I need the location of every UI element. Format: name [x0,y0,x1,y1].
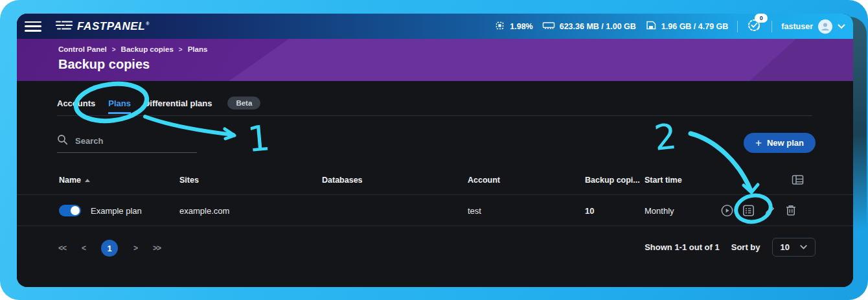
menu-icon[interactable] [25,21,41,32]
table-footer: Shown 1-1 out of 1 Sort by 10 [645,238,816,257]
shown-count-label: Shown 1-1 out of 1 [645,242,720,252]
search-icon [57,134,68,148]
tabs: Accounts Plans Differential plans Beta [57,97,260,110]
notifications-button[interactable]: 0 [747,17,762,35]
edit-icon[interactable] [763,203,777,217]
run-backup-icon[interactable] [720,203,734,217]
chevron-down-icon [800,245,807,249]
search-box [57,134,197,153]
column-header-sites: Sites [179,176,199,185]
column-header-backup-copies: Backup copi... [585,176,640,185]
topbar-divider [737,21,738,32]
column-header-account: Account [468,176,500,185]
delete-icon[interactable] [784,203,797,217]
page-size-select[interactable]: 10 [772,238,816,257]
breadcrumb-separator: > [179,46,183,53]
breadcrumb-separator: > [112,46,116,53]
tab-plans[interactable]: Plans [108,98,131,108]
table-header: Name Sites Databases Account Backup copi… [17,176,853,194]
column-header-name[interactable]: Name [59,176,90,185]
cpu-icon [494,20,505,33]
row-actions [720,203,797,217]
logo[interactable]: FASTPANEL® [56,20,150,33]
column-header-databases: Databases [322,176,363,185]
search-input[interactable] [74,135,197,146]
pagination: << < 1 > >> [58,239,161,257]
avatar [818,19,832,34]
disk-usage-stat: 1.96 GB / 4.79 GB [645,20,729,32]
topbar-stats: 1.98% 623.36 MB / 1.00 GB [494,17,845,35]
breadcrumb-control-panel[interactable]: Control Panel [58,45,107,53]
page-title: Backup copies [58,57,150,72]
logo-mark-icon [56,20,73,33]
sort-asc-icon [85,179,90,182]
column-header-start-time: Start time [645,176,682,185]
pagination-last[interactable]: >> [153,244,161,253]
table-row: Example plan example.com test 10 Monthly [17,194,853,226]
tabs-divider [57,115,812,116]
cell-backup-copies: 10 [585,205,594,215]
screenshot-stage: FASTPANEL® 1.98% [0,0,868,300]
tab-differential-plans[interactable]: Differential plans [144,98,212,108]
notifications-count-badge: 0 [755,14,768,23]
pagination-prev[interactable]: < [82,244,86,253]
breadcrumb-backup-copies[interactable]: Backup copies [121,45,174,53]
pagination-next[interactable]: > [133,244,137,253]
cell-start-time: Monthly [645,205,674,215]
logo-text: FASTPANEL® [77,20,150,33]
new-plan-button[interactable]: + New plan [744,133,816,153]
cell-account: test [468,205,481,215]
pagination-current-page[interactable]: 1 [101,240,118,257]
plan-enabled-toggle[interactable] [59,205,81,216]
plus-icon: + [755,137,762,148]
ram-icon [542,21,555,32]
header-accent-shape-right [749,39,853,81]
page-header: Control Panel > Backup copies > Plans Ba… [17,39,853,81]
beta-badge: Beta [227,97,260,110]
details-list-icon[interactable] [742,203,755,217]
disk-icon [645,20,657,32]
cell-plan-name: Example plan [91,205,142,215]
username-label: fastuser [781,22,813,31]
breadcrumb-plans: Plans [188,45,208,53]
tab-accounts[interactable]: Accounts [57,98,95,108]
topbar-divider [771,21,772,32]
column-settings-icon[interactable] [792,174,804,187]
content-area: Accounts Plans Differential plans Beta +… [17,81,853,287]
chevron-down-icon [838,22,845,31]
breadcrumb: Control Panel > Backup copies > Plans [58,45,207,53]
pagination-first[interactable]: << [58,244,66,253]
cell-sites: example.com [179,205,229,215]
topbar: FASTPANEL® 1.98% [17,14,853,39]
user-menu[interactable]: fastuser [781,19,845,34]
sort-by-label: Sort by [731,242,760,252]
ram-usage-stat: 623.36 MB / 1.00 GB [542,21,636,32]
cpu-usage-stat: 1.98% [494,20,532,33]
app-window: FASTPANEL® 1.98% [17,14,853,287]
